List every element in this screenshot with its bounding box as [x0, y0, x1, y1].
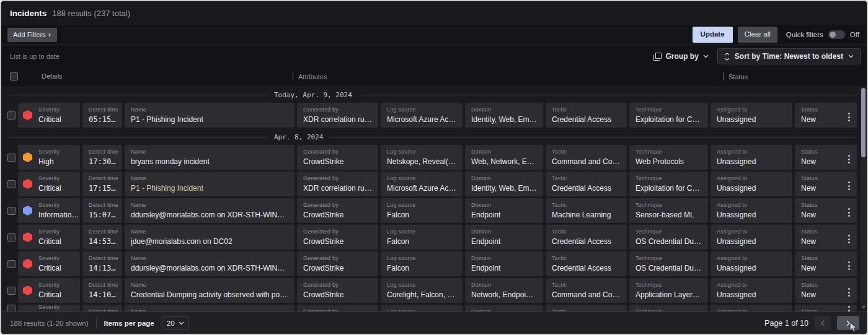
incident-name-value[interactable]: ddursley@morialabs.com on XDR-STH-WIN10-… — [131, 211, 288, 219]
technique-value: Web Protocols — [636, 157, 702, 166]
assigned-to-cell: Assigned to Unassigned — [711, 172, 792, 196]
clear-all-button[interactable]: Clear all — [738, 27, 777, 43]
field-label-tactic: Tactic — [552, 149, 621, 155]
chevron-left-icon — [821, 320, 825, 326]
quick-filters-toggle[interactable] — [828, 30, 845, 39]
row-checkbox[interactable] — [7, 287, 16, 295]
severity-hexagon-icon — [23, 152, 32, 162]
field-label-detect-time: Detect time — [89, 308, 116, 311]
name-cell[interactable]: Name bryans monday incident — [125, 145, 294, 170]
select-all-checkbox[interactable] — [10, 72, 18, 80]
severity-cell: Severity Informational — [18, 198, 80, 223]
row-actions-menu-icon[interactable] — [846, 259, 852, 272]
technique-value: Exploitation for Credent… — [636, 184, 702, 193]
severity-cell: Severity Critical — [18, 251, 80, 276]
incident-row[interactable]: Severity Critical Detect time 14:13:08 N… — [1, 251, 867, 276]
incident-row[interactable]: Severity Informational Detect time 15:07… — [1, 198, 867, 223]
incident-name-value[interactable]: ddursley@morialabs.com on XDR-STH-WIN10-… — [131, 264, 288, 272]
row-actions-menu-icon[interactable] — [846, 206, 852, 219]
assigned-to-value: Unassigned — [717, 264, 786, 272]
name-cell[interactable]: Name — [125, 305, 294, 311]
previous-page-button[interactable] — [815, 316, 831, 330]
scrollbar-down-arrow[interactable] — [862, 306, 866, 309]
row-checkbox[interactable] — [7, 305, 16, 311]
row-actions-menu-icon[interactable] — [846, 285, 852, 299]
severity-hexagon-icon — [23, 285, 32, 295]
log-source-value: Falcon — [387, 211, 456, 219]
name-cell[interactable]: Name ddursley@morialabs.com on XDR-STH-W… — [125, 198, 294, 223]
field-label-technique: Technique — [636, 308, 702, 311]
assigned-to-cell: Assigned to Unassigned — [711, 225, 792, 250]
filter-input-area[interactable] — [62, 27, 688, 42]
assigned-to-value: Unassigned — [717, 115, 786, 124]
incident-name-value[interactable]: P1 - Phishing Incident — [131, 184, 288, 193]
items-per-page-select[interactable]: 20 — [162, 316, 189, 330]
assigned-to-cell: Assigned to Unassigned — [711, 198, 792, 223]
date-group: Today, Apr. 9, 2024 Severity Critical De… — [1, 87, 867, 128]
incident-name-value[interactable]: P1 - Phishing Incident — [131, 115, 288, 124]
group-by-control[interactable]: Group by — [653, 52, 709, 61]
detect-time-value: 17:30:51 — [89, 157, 116, 166]
incident-row[interactable]: Severity Critical Detect time 05:15:23 N… — [1, 103, 867, 128]
log-source-cell: Log source Microsoft Azure Active … — [381, 103, 463, 128]
page-info: Page 1 of 10 — [764, 319, 808, 328]
name-cell[interactable]: Name ddursley@morialabs.com on XDR-STH-W… — [125, 251, 294, 276]
field-label-severity: Severity — [38, 305, 60, 310]
chevron-down-icon — [179, 321, 184, 325]
incident-row[interactable]: Severity Critical Detect time 17:15:33 N… — [1, 172, 867, 196]
status-cell: Status New — [795, 145, 857, 170]
incident-name-value[interactable]: jdoe@morialabs.com on DC02 — [131, 237, 288, 246]
name-cell[interactable]: Name P1 - Phishing Incident — [125, 103, 294, 128]
assigned-to-value: Unassigned — [717, 237, 786, 246]
name-cell[interactable]: Name jdoe@morialabs.com on DC02 — [125, 225, 294, 250]
status-value: New — [801, 184, 818, 193]
log-source-cell: Log source — [381, 305, 463, 311]
incident-name-value[interactable]: bryans monday incident — [131, 157, 288, 166]
status-cell: Status New — [795, 198, 857, 223]
name-cell[interactable]: Name Credential Dumping activity observe… — [125, 278, 294, 303]
domain-value: Identity, Web, Email, End… — [471, 184, 537, 193]
row-actions-menu-icon[interactable] — [846, 305, 852, 311]
row-checkbox[interactable] — [7, 260, 16, 268]
tactic-cell: Tactic — [546, 305, 627, 311]
tactic-value: Credential Access — [552, 264, 621, 272]
field-label-generated-by: Generated by — [303, 175, 372, 181]
field-label-status: Status — [801, 308, 818, 311]
row-checkbox[interactable] — [7, 111, 16, 120]
scrollbar-thumb[interactable] — [861, 88, 866, 157]
row-actions-menu-icon[interactable] — [846, 232, 852, 246]
tactic-cell: Tactic Credential Access — [546, 225, 627, 250]
incident-row[interactable]: Severity High Detect time 17:30:51 Name … — [1, 145, 867, 170]
name-cell[interactable]: Name P1 - Phishing Incident — [125, 172, 294, 196]
assigned-to-value: Unassigned — [717, 157, 786, 166]
status-cell: Status — [795, 305, 857, 311]
items-per-page-value: 20 — [167, 320, 175, 327]
group-rows: Severity High Detect time 17:30:51 Name … — [1, 145, 867, 311]
incident-row[interactable]: Severity Critical Detect time 14:53:21 N… — [1, 225, 867, 250]
row-checkbox[interactable] — [7, 180, 16, 188]
row-actions-menu-icon[interactable] — [846, 110, 852, 124]
row-checkbox[interactable] — [7, 233, 16, 241]
field-label-log-source: Log source — [387, 202, 456, 208]
field-label-name: Name — [131, 149, 288, 155]
incident-row[interactable]: Severity Detect time Name Generated by L… — [1, 305, 867, 311]
sort-by-control[interactable]: Sort by Time: Newest to oldest — [717, 48, 861, 64]
generated-by-value: CrowdStrike — [303, 264, 372, 272]
field-label-log-source: Log source — [387, 255, 456, 261]
update-button[interactable]: Update — [693, 27, 733, 43]
row-checkbox[interactable] — [7, 154, 16, 162]
row-checkbox[interactable] — [7, 207, 16, 215]
add-filters-button[interactable]: Add Filters + — [7, 28, 57, 42]
incident-name-value[interactable]: Credential Dumping activity observed wit… — [131, 290, 288, 299]
technique-value: OS Credential Dumping — [636, 237, 702, 246]
severity-value: Informational — [38, 211, 80, 219]
domain-cell: Domain Endpoint — [465, 198, 543, 223]
generated-by-value: CrowdStrike — [303, 290, 372, 299]
technique-cell: Technique Web Protocols — [629, 145, 708, 170]
field-label-status: Status — [801, 175, 818, 181]
row-actions-menu-icon[interactable] — [846, 152, 852, 166]
incident-row[interactable]: Severity Critical Detect time 14:10:39 N… — [1, 278, 867, 303]
next-page-button[interactable] — [837, 316, 859, 330]
row-actions-menu-icon[interactable] — [846, 179, 852, 193]
field-label-detect-time: Detect time — [89, 202, 116, 208]
